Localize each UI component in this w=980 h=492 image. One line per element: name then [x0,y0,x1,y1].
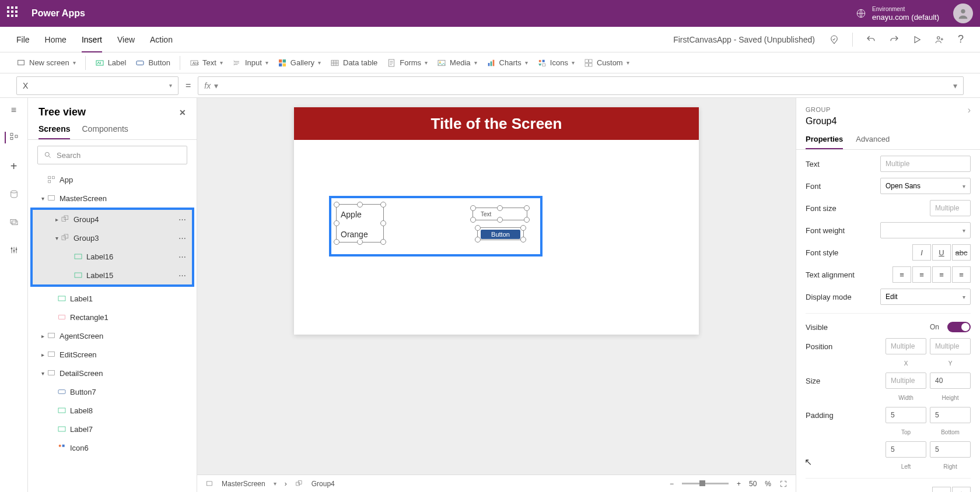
canvas-label-apple[interactable]: Apple [338,209,364,220]
svg-rect-18 [492,59,494,66]
more-icon[interactable]: ⋯ [178,271,186,280]
rail-add-icon[interactable]: + [10,160,18,173]
more-icon[interactable]: ⋯ [178,234,186,243]
tree-item-masterscreen[interactable]: ▾ MasterScreen [28,189,197,208]
canvas-label-orange[interactable]: Orange [338,229,370,240]
tree-close-icon[interactable]: ✕ [179,108,186,117]
zoom-out-button[interactable]: − [670,480,674,488]
tree-item-label1[interactable]: Label1 [28,289,197,308]
size-w-input[interactable]: Multiple [886,372,926,389]
visible-state: On [930,323,939,331]
insert-icons-dropdown[interactable]: Icons▾ [537,58,575,68]
rail-hamburger-icon[interactable]: ≡ [11,105,16,115]
canvas-text-control[interactable]: Text [481,211,491,217]
insert-charts-dropdown[interactable]: Charts▾ [487,58,528,68]
font-color-button[interactable]: A [932,487,951,492]
prop-fontsize-input[interactable]: Multiple [930,200,971,216]
pad-left-input[interactable]: 5 [886,441,926,458]
tree-item-agentscreen[interactable]: ▸ AgentScreen [28,326,197,345]
tree-item-editscreen[interactable]: ▸ EditScreen [28,345,197,364]
underline-button[interactable]: U [932,244,951,261]
pad-top-input[interactable]: 5 [886,407,926,423]
breadcrumb-selection[interactable]: Group4 [312,480,335,488]
pos-x-input[interactable]: Multiple [886,338,926,354]
menu-view[interactable]: View [117,35,135,44]
insert-label-button[interactable]: Label [95,58,127,68]
menu-home[interactable]: Home [45,35,66,44]
prop-fontweight-dropdown[interactable]: ▾ [880,222,971,238]
undo-icon[interactable] [866,34,876,45]
prop-displaymode-dropdown[interactable]: Edit▾ [880,289,971,305]
align-justify-button[interactable]: ≡ [952,266,971,283]
rail-data-icon[interactable] [9,189,19,201]
new-screen-button[interactable]: New screen▾ [16,58,76,68]
redo-icon[interactable] [889,34,900,45]
menu-action[interactable]: Action [150,35,173,44]
tree-search-input[interactable]: Search [37,146,187,164]
more-icon[interactable]: ⋯ [178,215,186,224]
canvas-area[interactable]: Title of the Screen Apple Orange Text [197,98,796,492]
rail-tree-icon[interactable] [5,132,19,143]
tree-item-app[interactable]: App [28,170,197,189]
insert-input-dropdown[interactable]: Input▾ [232,58,268,68]
insert-media-dropdown[interactable]: Media▾ [437,58,477,68]
tree-item-rectangle1[interactable]: Rectangle1 [28,308,197,326]
selection-highlight: ▸ Group4 ⋯ ▾ Group3 ⋯ Label16 ⋯ [30,208,194,287]
tree-item-button7[interactable]: Button7 [28,382,197,401]
align-center-button[interactable]: ≡ [912,266,931,283]
prop-font-dropdown[interactable]: Open Sans▾ [880,178,971,194]
tree-item-group3[interactable]: ▾ Group3 ⋯ [33,229,192,247]
zoom-in-button[interactable]: + [737,480,741,488]
visible-toggle[interactable] [947,322,971,332]
zoom-slider[interactable] [682,483,729,484]
strike-button[interactable]: abc [952,244,971,261]
play-icon[interactable] [912,35,922,44]
fit-icon[interactable] [779,480,788,488]
more-icon[interactable]: ⋯ [178,252,186,261]
pos-y-input[interactable]: Multiple [930,338,971,354]
canvas-screen[interactable]: Title of the Screen Apple Orange Text [294,107,699,335]
insert-custom-dropdown[interactable]: Custom▾ [584,58,629,68]
tab-screens[interactable]: Screens [38,124,70,139]
pad-bottom-input[interactable]: 5 [930,407,971,423]
breadcrumb-screen[interactable]: MasterScreen [222,480,265,488]
align-right-button[interactable]: ≡ [932,266,951,283]
menu-insert[interactable]: Insert [82,35,102,52]
tree-item-label16[interactable]: Label16 ⋯ [33,247,192,266]
tree-item-icon6[interactable]: Icon6 [28,438,197,457]
health-icon[interactable] [829,34,839,45]
app-launcher-icon[interactable] [7,6,21,20]
tree-item-label8[interactable]: Label8 [28,401,197,420]
tree-item-label15[interactable]: Label15 ⋯ [33,266,192,284]
help-icon[interactable]: ? [958,33,964,45]
italic-button[interactable]: I [912,244,931,261]
user-avatar[interactable] [953,3,973,23]
insert-gallery-dropdown[interactable]: Gallery▾ [278,58,321,68]
menu-file[interactable]: File [16,35,30,44]
environment-picker[interactable]: Environment enayu.com (default) [856,5,939,22]
insert-datatable-button[interactable]: Data table [330,58,377,68]
tree-item-label7[interactable]: Label7 [28,420,197,438]
insert-text-dropdown[interactable]: Abc Text▾ [190,58,223,68]
pad-right-input[interactable]: 5 [930,441,971,458]
insert-forms-dropdown[interactable]: Forms▾ [387,58,428,68]
size-h-input[interactable]: 40 [930,372,971,389]
tree-item-detailscreen[interactable]: ▾ DetailScreen [28,364,197,382]
align-left-button[interactable]: ≡ [892,266,911,283]
canvas-button-control[interactable]: Button [481,230,520,239]
tab-properties[interactable]: Properties [806,135,843,149]
insert-button-button[interactable]: Button [135,58,170,68]
fill-color-button[interactable] [952,487,971,492]
tree-item-group4[interactable]: ▸ Group4 ⋯ [33,210,192,229]
expand-props-icon[interactable]: › [968,105,971,115]
property-dropdown[interactable]: X ▾ [16,76,178,95]
tab-advanced[interactable]: Advanced [856,135,890,149]
rail-tools-icon[interactable] [9,245,19,257]
screen-title-label[interactable]: Title of the Screen [294,107,699,140]
rail-media-icon[interactable] [9,217,19,229]
tab-components[interactable]: Components [82,124,128,139]
share-icon[interactable] [935,34,945,45]
selection-group[interactable]: Apple Orange Text Button [329,196,542,256]
prop-text-input[interactable]: Multiple [880,156,971,172]
formula-input[interactable]: fx ▾ ▾ [198,76,964,95]
